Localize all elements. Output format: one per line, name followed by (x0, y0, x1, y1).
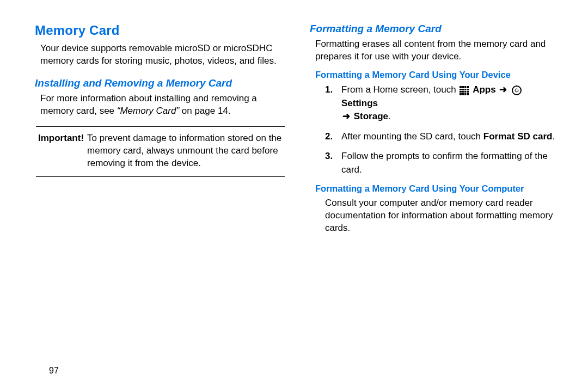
right-column: Formatting a Memory Card Formatting eras… (310, 23, 561, 235)
formatting-device-heading: Formatting a Memory Card Using Your Devi… (310, 70, 561, 80)
formatting-intro: Formatting erases all content from the m… (310, 38, 561, 63)
left-column: Memory Card Your device supports removab… (35, 23, 286, 235)
install-remove-heading: Installing and Removing a Memory Card (35, 77, 286, 89)
settings-label: Settings (341, 98, 378, 108)
note-text: To prevent damage to information stored … (87, 132, 283, 170)
page-columns: Memory Card Your device supports removab… (35, 23, 561, 235)
install-remove-paragraph: For more information about installing an… (35, 93, 286, 118)
step1-text-a: From a Home screen, touch (341, 84, 458, 95)
storage-label: Storage (354, 111, 388, 121)
section-title: Memory Card (35, 23, 286, 38)
step2-text-a: After mounting the SD card, touch (341, 131, 483, 142)
step-3: Follow the prompts to confirm the format… (325, 150, 561, 176)
apps-label: Apps (473, 84, 496, 95)
settings-gear-icon (512, 85, 522, 95)
apps-grid-icon (460, 86, 469, 95)
step-1: From a Home screen, touch Apps ➜ Setting… (325, 83, 561, 124)
step-2: After mounting the SD card, touch Format… (325, 130, 561, 144)
format-sd-label: Format SD card (483, 131, 553, 142)
arrow-icon: ➜ (342, 110, 350, 124)
step2-text-c: . (552, 131, 555, 142)
step1-end: . (388, 111, 391, 121)
formatting-computer-heading: Formatting a Memory Card Using Your Comp… (310, 183, 561, 194)
install-text-b: on page 14. (179, 106, 231, 116)
important-note: Important! To prevent damage to informat… (36, 126, 285, 177)
steps-list: From a Home screen, touch Apps ➜ Setting… (310, 83, 561, 177)
note-label: Important! (38, 132, 87, 145)
formatting-computer-text: Consult your computer and/or memory card… (310, 197, 561, 235)
formatting-heading: Formatting a Memory Card (310, 23, 561, 35)
arrow-icon: ➜ (499, 83, 507, 97)
cross-reference: “Memory Card” (117, 106, 179, 116)
page-number: 97 (49, 366, 59, 376)
intro-paragraph: Your device supports removable microSD o… (35, 42, 286, 68)
